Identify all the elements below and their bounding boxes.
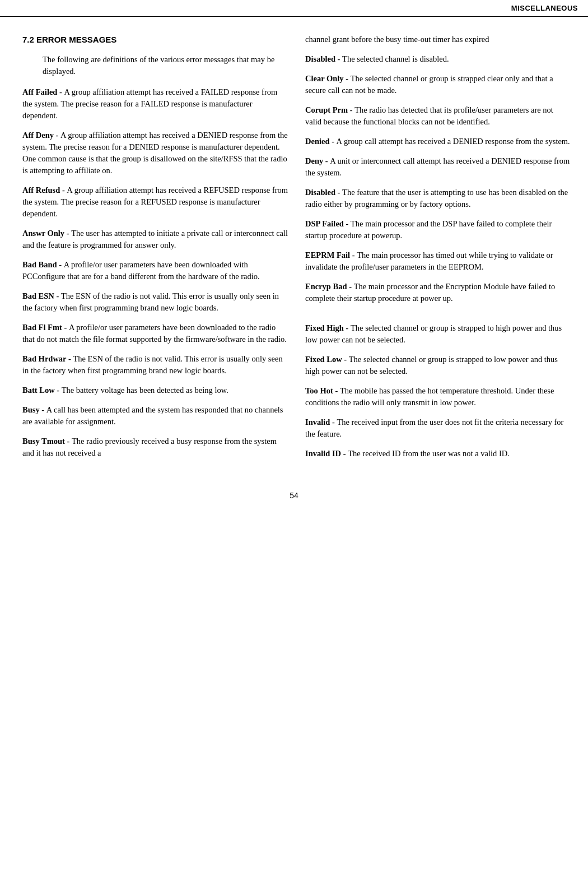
entry-term: Aff Refusd -: [22, 186, 67, 194]
entry-term: Deny -: [305, 156, 330, 165]
page-header: MISCELLANEOUS: [0, 0, 588, 17]
entry-term: Denied -: [305, 137, 337, 146]
right-entry-3: Corupt Prm - The radio has detected that…: [305, 104, 571, 128]
header-title: MISCELLANEOUS: [511, 3, 578, 14]
left-entry-2: Aff Refusd - A group affiliation attempt…: [22, 184, 288, 220]
entry-term: Fixed Low -: [305, 355, 349, 364]
left-entry-3: Answr Only - The user has attempted to i…: [22, 228, 288, 251]
entry-term: Busy Tmout -: [22, 437, 72, 446]
entry-term: Bad Band -: [22, 260, 64, 269]
left-entry-10: Busy Tmout - The radio previously receiv…: [22, 435, 288, 459]
entry-term: Busy -: [22, 405, 46, 414]
right-entry-5: Deny - A unit or interconnect call attem…: [305, 155, 571, 179]
entry-term: Disabled -: [305, 54, 342, 63]
page-content: 7.2 ERROR MESSAGES The following are def…: [0, 17, 588, 484]
right-entries: channel grant before the busy time-out t…: [305, 34, 571, 460]
entry-term: EEPRM Fail -: [305, 251, 357, 259]
left-entry-8: Batt Low - The battery voltage has been …: [22, 384, 288, 396]
entry-term: Corupt Prm -: [305, 105, 354, 114]
left-entry-7: Bad Hrdwar - The ESN of the radio is not…: [22, 353, 288, 377]
entry-term: Invalid -: [305, 418, 337, 427]
entry-term: Aff Failed -: [22, 87, 64, 96]
left-entry-6: Bad Fl Fmt - A profile/or user parameter…: [22, 322, 288, 345]
page-footer: 54: [0, 484, 588, 504]
left-column: 7.2 ERROR MESSAGES The following are def…: [22, 34, 288, 467]
page-number: 54: [290, 491, 298, 500]
right-entry-9: Encryp Bad - The main processor and the …: [305, 281, 571, 304]
section-title: 7.2 ERROR MESSAGES: [22, 34, 288, 46]
right-entry-0: channel grant before the busy time-out t…: [305, 34, 571, 45]
right-entry-7: DSP Failed - The main processor and the …: [305, 218, 571, 242]
right-entry-8: EEPRM Fail - The main processor has time…: [305, 249, 571, 273]
entry-term: Batt Low -: [22, 386, 62, 395]
left-entry-5: Bad ESN - The ESN of the radio is not va…: [22, 290, 288, 314]
spacer: [305, 312, 571, 322]
right-entry-13: Invalid - The received input from the us…: [305, 416, 571, 440]
right-entry-12: Too Hot - The mobile has passed the hot …: [305, 385, 571, 409]
entry-term: Disabled -: [305, 188, 342, 197]
right-entry-1: Disabled - The selected channel is disab…: [305, 53, 571, 65]
left-entry-4: Bad Band - A profile/or user parameters …: [22, 259, 288, 282]
right-entry-11: Fixed Low - The selected channel or grou…: [305, 354, 571, 377]
entry-term: Bad Hrdwar -: [22, 354, 73, 363]
right-column: channel grant before the busy time-out t…: [305, 34, 571, 467]
entry-term: Aff Deny -: [22, 131, 60, 140]
entry-term: Bad Fl Fmt -: [22, 323, 69, 332]
entry-term: Clear Only -: [305, 74, 351, 83]
intro-text: The following are definitions of the var…: [43, 54, 288, 77]
left-entries: Aff Failed - A group affiliation attempt…: [22, 86, 288, 459]
right-entry-6: Disabled - The feature that the user is …: [305, 187, 571, 210]
entry-term: Answr Only -: [22, 229, 71, 238]
entry-term: Bad ESN -: [22, 291, 61, 300]
entry-term: Encryp Bad -: [305, 282, 354, 291]
right-entry-2: Clear Only - The selected channel or gro…: [305, 73, 571, 96]
entry-term: Too Hot -: [305, 386, 340, 395]
left-entry-1: Aff Deny - A group affiliation attempt h…: [22, 129, 288, 177]
entry-term: DSP Failed -: [305, 219, 351, 228]
entry-term: Fixed High -: [305, 323, 351, 332]
left-entry-0: Aff Failed - A group affiliation attempt…: [22, 86, 288, 122]
entry-term: Invalid ID -: [305, 449, 348, 458]
right-entry-4: Denied - A group call attempt has receiv…: [305, 136, 571, 147]
right-entry-10: Fixed High - The selected channel or gro…: [305, 322, 571, 346]
right-entry-14: Invalid ID - The received ID from the us…: [305, 448, 571, 460]
left-entry-9: Busy - A call has been attempted and the…: [22, 404, 288, 428]
